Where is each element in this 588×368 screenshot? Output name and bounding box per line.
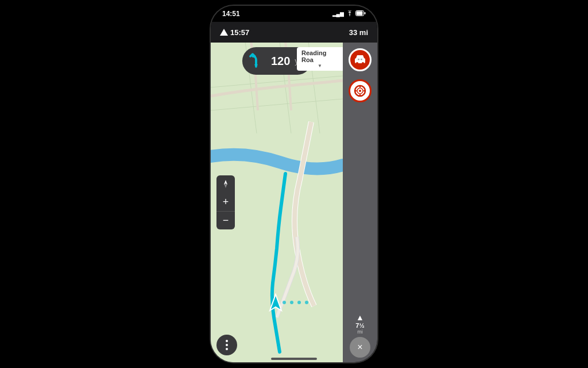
svg-marker-4 [220, 29, 228, 36]
svg-point-21 [356, 62, 358, 64]
svg-point-17 [297, 301, 301, 304]
menu-dots [226, 340, 228, 350]
location-arrow [265, 293, 286, 316]
svg-rect-3 [365, 12, 366, 14]
eta-time: 15:57 [230, 28, 249, 37]
svg-point-16 [290, 301, 293, 304]
close-button[interactable]: × [350, 337, 370, 358]
signal-icon: ▂▄▆ [332, 11, 344, 17]
dot2 [226, 344, 228, 346]
street-name-panel: Reading Roa ▼ [297, 47, 343, 71]
dot1 [226, 340, 228, 342]
svg-point-18 [305, 301, 308, 304]
orient-button[interactable] [216, 175, 235, 193]
svg-marker-13 [224, 183, 227, 188]
svg-rect-2 [357, 12, 363, 16]
map-container: 120 yd Reading Roa ▼ + − [211, 43, 343, 362]
svg-rect-24 [361, 59, 362, 60]
nav-eta: 15:57 [220, 28, 249, 37]
svg-marker-11 [254, 64, 258, 68]
progress-distance: 7½ [355, 322, 364, 329]
battery-icon [355, 10, 366, 17]
turn-left-icon [248, 53, 264, 69]
location-arrow-icon [265, 293, 286, 314]
progress-distance-value: 7½ [355, 322, 364, 329]
speedcam-button[interactable] [349, 79, 372, 102]
nav-app: 15:57 33 mi [211, 22, 377, 362]
progress-unit: mi [357, 329, 363, 335]
wifi-icon [346, 10, 353, 17]
status-bar: 14:51 ▂▄▆ [211, 6, 377, 22]
svg-rect-23 [358, 59, 359, 60]
orient-icon [222, 180, 230, 188]
direction-distance: 120 [271, 55, 290, 68]
nav-distance: 33 mi [349, 28, 368, 37]
right-sidebar: ▲ 7½ mi × [343, 43, 377, 362]
nav-arrow-icon [220, 29, 228, 36]
svg-point-22 [362, 62, 364, 64]
status-time: 14:51 [222, 10, 240, 18]
zoom-in-button[interactable]: + [216, 193, 235, 211]
svg-point-27 [359, 90, 361, 92]
close-icon: × [357, 342, 362, 352]
traffic-button[interactable] [349, 48, 372, 71]
speedcam-icon [354, 85, 366, 97]
phone-frame: 14:51 ▂▄▆ [211, 6, 377, 362]
turn-arrow [246, 51, 266, 71]
progress-arrow-icon: ▲ [356, 313, 364, 322]
map-controls[interactable]: + − [216, 175, 235, 229]
svg-marker-19 [270, 294, 281, 310]
menu-button[interactable] [216, 335, 237, 355]
sidebar-progress: ▲ 7½ mi [355, 313, 364, 335]
svg-point-0 [349, 16, 350, 16]
nav-top-bar: 15:57 33 mi [211, 22, 377, 43]
home-indicator [271, 358, 317, 360]
zoom-out-button[interactable]: − [216, 211, 235, 229]
status-icons: ▂▄▆ [332, 10, 366, 17]
street-name-text: Reading Roa [301, 49, 326, 63]
traffic-car-icon [354, 55, 366, 65]
dot3 [226, 348, 228, 350]
